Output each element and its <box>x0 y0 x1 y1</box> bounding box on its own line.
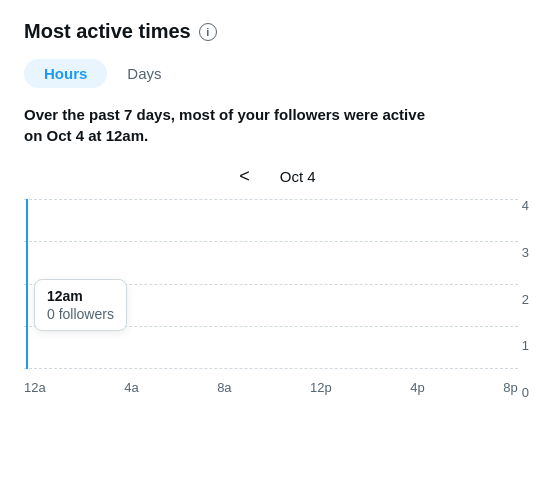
x-label-8a: 8a <box>217 380 231 395</box>
y-label-0: 0 <box>522 386 529 399</box>
x-axis: 12a 4a 8a 12p 4p 8p <box>24 374 518 395</box>
y-label-1: 1 <box>522 339 529 352</box>
chart-bar-area <box>24 199 518 369</box>
y-label-4: 4 <box>522 199 529 212</box>
current-date-label: Oct 4 <box>280 168 316 185</box>
y-label-3: 3 <box>522 246 529 259</box>
activity-description: Over the past 7 days, most of your follo… <box>24 104 444 146</box>
x-label-4a: 4a <box>124 380 138 395</box>
tab-group: Hours Days <box>24 59 535 88</box>
x-label-12a: 12a <box>24 380 46 395</box>
active-time-indicator <box>26 199 28 369</box>
info-icon[interactable]: i <box>199 23 217 41</box>
page-title: Most active times <box>24 20 191 43</box>
chart-inner: 12am 0 followers 12a 4a 8a 12p 4p 8p <box>24 199 518 399</box>
tab-hours[interactable]: Hours <box>24 59 107 88</box>
x-label-12p: 12p <box>310 380 332 395</box>
x-label-4p: 4p <box>410 380 424 395</box>
section-header: Most active times i <box>24 20 535 43</box>
date-navigation: < Oct 4 <box>24 164 535 189</box>
prev-date-button[interactable]: < <box>233 164 256 189</box>
x-label-8p: 8p <box>503 380 517 395</box>
chart-area: < Oct 4 12am 0 followers <box>24 164 535 399</box>
tab-days[interactable]: Days <box>107 59 181 88</box>
y-label-2: 2 <box>522 293 529 306</box>
y-axis: 4 3 2 1 0 <box>518 199 535 399</box>
chart-container: 12am 0 followers 12a 4a 8a 12p 4p 8p 4 3… <box>24 199 535 399</box>
